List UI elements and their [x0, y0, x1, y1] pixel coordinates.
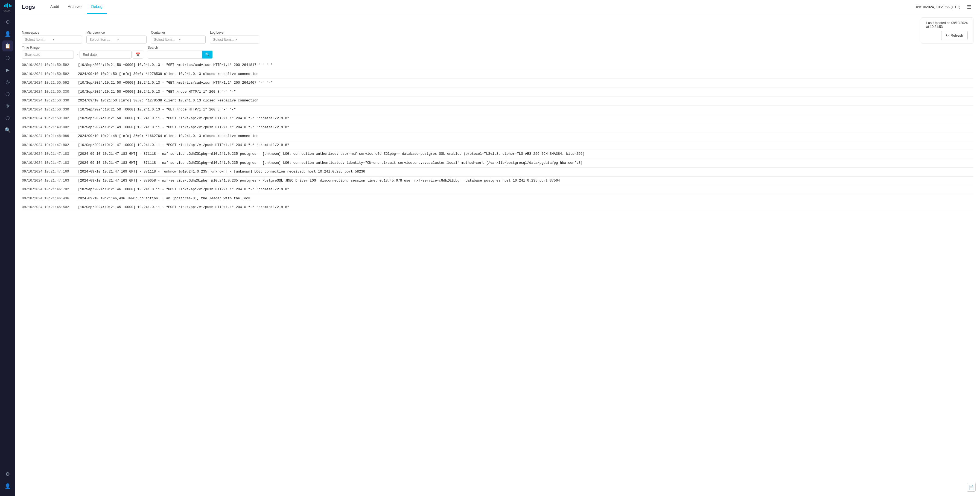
microservice-filter-group: Microservice Select Item... ▾: [86, 31, 146, 43]
start-date-input[interactable]: [22, 51, 74, 59]
document-button[interactable]: 📄: [967, 483, 975, 491]
log-message: [2024-09-10 10:21:47.183 GMT] - 871118 -…: [78, 161, 974, 166]
header-right: 09/10/2024, 10:21:56 (UTC) ☰: [916, 3, 974, 11]
sidebar-item-logs[interactable]: 📋: [2, 40, 13, 51]
log-row: 09/10/2024 10:21:47:183[2024-09-10 10:21…: [22, 150, 974, 159]
log-timestamp: 09/10/2024 10:21:46:436: [22, 196, 72, 201]
refresh-panel: Last Updated on 09/10/2024 at 10:21:53 ↻…: [921, 17, 974, 43]
refresh-icon: ↻: [946, 33, 949, 37]
svg-text:CISCO: CISCO: [3, 10, 10, 12]
log-row: 09/10/2024 10:21:50:592[10/Sep/2024:10:2…: [22, 61, 974, 70]
sidebar-item-profile[interactable]: 👤: [2, 481, 13, 491]
log-row: 09/10/2024 10:21:45:502[10/Sep/2024:10:2…: [22, 203, 974, 212]
header: Logs Audit Archives Debug 09/10/2024, 10…: [15, 0, 980, 14]
log-message: [10/Sep/2024:10:21:49 +0000] 10.241.0.11…: [78, 125, 974, 130]
search-input[interactable]: [148, 51, 202, 59]
namespace-label: Namespace: [22, 31, 82, 35]
svg-rect-1: [5, 4, 6, 7]
calendar-button[interactable]: 📅: [133, 51, 143, 59]
filters-row-2: Time Range → 📅 Search 🔍: [22, 46, 974, 59]
calendar-icon: 📅: [135, 52, 140, 57]
integrations-icon: ❋: [6, 103, 10, 109]
date-arrow-icon: →: [75, 52, 78, 57]
container-label: Container: [151, 31, 205, 35]
log-timestamp: 09/10/2024 10:21:45:502: [22, 205, 72, 210]
sidebar-item-topology[interactable]: ⬡: [2, 52, 13, 64]
filters-row-1: Namespace Select Item... ▾ Microservice …: [22, 17, 974, 43]
log-message: [2024-09-10 10:21:47.163 GMT] - 870658 -…: [78, 178, 974, 183]
sidebar: CISCO ⊙ 👤 📋 ⬡ ▶ ◎ ⬡ ❋ ⬡ 🔍 ⚙ 👤: [0, 0, 15, 496]
sidebar-item-tracing[interactable]: ⬡: [2, 89, 13, 100]
menu-icon[interactable]: ☰: [965, 3, 974, 11]
sidebar-item-metrics[interactable]: ◎: [2, 76, 13, 87]
log-timestamp: 09/10/2024 10:21:47:183: [22, 161, 72, 166]
loglevel-select[interactable]: Select Item... ▾: [210, 35, 259, 43]
profile-icon: 👤: [5, 483, 11, 489]
tab-debug[interactable]: Debug: [87, 0, 107, 14]
search-button[interactable]: 🔍: [202, 51, 212, 59]
svg-rect-0: [4, 5, 5, 7]
log-row: 09/10/2024 10:21:50:592[10/Sep/2024:10:2…: [22, 79, 974, 88]
log-message: 2024-09-10 10:21:46,436 INFO: no action.…: [78, 196, 974, 201]
dashboard-icon: ⊙: [6, 19, 10, 25]
log-message: [10/Sep/2024:10:21:50 +0000] 10.241.0.11…: [78, 116, 974, 121]
tab-audit[interactable]: Audit: [46, 0, 64, 14]
loglevel-label: Log Level: [210, 31, 259, 35]
main-content: Logs Audit Archives Debug 09/10/2024, 10…: [15, 0, 980, 496]
plugins-icon: ⬡: [5, 115, 10, 121]
log-timestamp: 09/10/2024 10:21:47:183: [22, 152, 72, 157]
log-timestamp: 09/10/2024 10:21:50:592: [22, 72, 72, 77]
container-value: Select Item...: [154, 37, 177, 41]
sidebar-item-dashboard[interactable]: ⊙: [2, 16, 13, 27]
log-message: [10/Sep/2024:10:21:47 +0000] 10.241.0.11…: [78, 143, 974, 148]
alerts-icon: ▶: [6, 67, 10, 73]
container-filter-group: Container Select Item... ▾: [151, 31, 205, 43]
microservice-select[interactable]: Select Item... ▾: [86, 35, 146, 43]
log-row: 09/10/2024 10:21:47:802[10/Sep/2024:10:2…: [22, 141, 974, 150]
container-select[interactable]: Select Item... ▾: [151, 35, 205, 43]
log-message: [10/Sep/2024:10:21:50 +0000] 10.241.0.13…: [78, 90, 974, 95]
log-row: 09/10/2024 10:21:50:3302024/09/10 10:21:…: [22, 97, 974, 105]
log-message: 2024/09/10 10:21:50 [info] 30#0: *127853…: [78, 72, 974, 77]
end-date-input[interactable]: [80, 51, 132, 59]
log-message: [2024-09-10 10:21:47.183 GMT] - 871118 -…: [78, 152, 974, 157]
log-row: 09/10/2024 10:21:50:5922024/09/10 10:21:…: [22, 70, 974, 79]
log-row: 09/10/2024 10:21:50:302[10/Sep/2024:10:2…: [22, 114, 974, 123]
log-timestamp: 09/10/2024 10:21:50:330: [22, 99, 72, 103]
search-label: Search: [148, 46, 974, 49]
search-filter-group: Search 🔍: [148, 46, 974, 59]
namespace-value: Select Item...: [25, 37, 51, 41]
filters-bar: Namespace Select Item... ▾ Microservice …: [15, 14, 980, 61]
search-sidebar-icon: 🔍: [5, 127, 11, 133]
log-content: 09/10/2024 10:21:50:592[10/Sep/2024:10:2…: [15, 61, 980, 496]
sidebar-item-integrations[interactable]: ❋: [2, 101, 13, 111]
timerange-inputs: → 📅: [22, 51, 143, 59]
microservice-value: Select Item...: [89, 37, 116, 41]
metrics-icon: ◎: [5, 79, 10, 85]
settings-icon: ⚙: [5, 471, 10, 477]
log-row: 09/10/2024 10:21:47:183[2024-09-10 10:21…: [22, 159, 974, 168]
sidebar-item-settings[interactable]: ⚙: [2, 469, 13, 480]
tracing-icon: ⬡: [5, 91, 10, 97]
microservice-chevron-icon: ▾: [117, 38, 143, 41]
topology-icon: ⬡: [5, 55, 10, 61]
namespace-select[interactable]: Select Item... ▾: [22, 35, 82, 43]
log-timestamp: 09/10/2024 10:21:47:169: [22, 170, 72, 175]
nav-tabs: Audit Archives Debug: [46, 0, 107, 14]
log-timestamp: 09/10/2024 10:21:47:163: [22, 178, 72, 183]
search-icon: 🔍: [205, 52, 210, 57]
log-message: 2024/09/10 10:21:50 [info] 30#0: *127853…: [78, 99, 974, 103]
sidebar-item-plugins[interactable]: ⬡: [2, 113, 13, 124]
tab-archives[interactable]: Archives: [64, 0, 87, 14]
user-icon: 👤: [5, 31, 11, 37]
log-message: 2024/09/10 10:21:48 [info] 36#0: *166276…: [78, 134, 974, 139]
log-row: 09/10/2024 10:21:47:163[2024-09-10 10:21…: [22, 176, 974, 186]
microservice-label: Microservice: [86, 31, 146, 35]
refresh-button[interactable]: ↻ Refresh: [941, 31, 968, 40]
sidebar-item-alerts[interactable]: ▶: [2, 65, 13, 75]
log-message: [10/Sep/2024:10:21:50 +0000] 10.241.0.13…: [78, 81, 974, 86]
sidebar-item-user[interactable]: 👤: [2, 29, 13, 40]
loglevel-value: Select Item...: [213, 37, 234, 41]
sidebar-item-search[interactable]: 🔍: [2, 125, 13, 136]
log-timestamp: 09/10/2024 10:21:50:330: [22, 90, 72, 95]
